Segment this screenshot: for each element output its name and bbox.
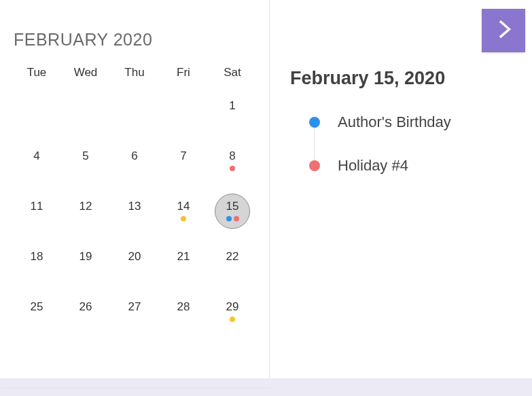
day-cell-28[interactable]: 28 <box>159 291 208 342</box>
event-dot-yellow <box>181 216 186 221</box>
day-cell-29[interactable]: 29 <box>208 291 257 342</box>
day-number: 29 <box>226 301 239 312</box>
day-cell-26[interactable]: 26 <box>61 291 110 342</box>
day-cell-empty <box>110 90 159 141</box>
day-cell-20[interactable]: 20 <box>110 241 159 291</box>
day-cell-1[interactable]: 1 <box>208 90 257 141</box>
day-number: 6 <box>131 150 137 162</box>
days-grid: 145678111213141518192021222526272829 <box>12 90 257 342</box>
weekday-label: Fri <box>159 62 208 84</box>
day-number: 25 <box>31 301 43 312</box>
day-cell-8[interactable]: 8 <box>208 141 257 191</box>
day-number: 19 <box>79 251 92 262</box>
day-number: 15 <box>226 200 239 212</box>
detail-panel: February 15, 2020 Author's BirthdayHolid… <box>270 0 532 387</box>
month-title: FEBRUARY 2020 <box>14 30 257 50</box>
event-indicators <box>226 216 239 221</box>
day-number: 21 <box>177 251 190 262</box>
day-cell-19[interactable]: 19 <box>61 241 110 291</box>
event-color-dot <box>309 117 320 128</box>
event-dot-red <box>230 166 235 171</box>
day-number: 8 <box>229 150 235 162</box>
day-number: 12 <box>79 200 92 212</box>
next-button[interactable] <box>482 9 525 52</box>
day-number: 14 <box>177 200 190 212</box>
day-cell-4[interactable]: 4 <box>12 141 61 191</box>
calendar-app: FEBRUARY 2020 Tue Wed Thu Fri Sat 145678… <box>0 0 532 387</box>
event-indicators <box>181 216 186 221</box>
chevron-right-icon <box>492 18 515 43</box>
day-number: 1 <box>229 100 235 111</box>
day-number: 11 <box>31 200 43 212</box>
day-number: 27 <box>128 301 141 312</box>
detail-date: February 15, 2020 <box>290 68 512 89</box>
weekday-header: Tue Wed Thu Fri Sat <box>12 62 257 84</box>
bottom-border <box>0 378 532 387</box>
event-dot-red <box>234 216 239 221</box>
day-cell-5[interactable]: 5 <box>61 141 110 191</box>
day-number: 7 <box>180 150 186 162</box>
weekday-label: Sat <box>208 62 257 84</box>
event-title: Holiday #4 <box>338 157 408 175</box>
event-item[interactable]: Holiday #4 <box>309 157 512 175</box>
day-cell-empty <box>12 90 61 141</box>
day-cell-27[interactable]: 27 <box>110 291 159 342</box>
day-cell-15[interactable]: 15 <box>208 191 257 241</box>
day-cell-14[interactable]: 14 <box>159 191 208 241</box>
day-cell-7[interactable]: 7 <box>159 141 208 191</box>
event-dot-blue <box>226 216 232 221</box>
event-title: Author's Birthday <box>338 113 451 131</box>
day-number: 4 <box>33 150 39 162</box>
weekday-label: Thu <box>110 62 159 84</box>
day-number: 20 <box>128 251 141 262</box>
day-cell-6[interactable]: 6 <box>110 141 159 191</box>
event-item[interactable]: Author's Birthday <box>309 113 512 131</box>
day-cell-12[interactable]: 12 <box>61 191 110 241</box>
day-cell-25[interactable]: 25 <box>12 291 61 342</box>
day-cell-empty <box>61 90 110 141</box>
event-indicators <box>230 166 235 171</box>
event-indicators <box>230 317 235 322</box>
day-cell-18[interactable]: 18 <box>12 241 61 291</box>
day-number: 13 <box>128 200 141 212</box>
day-cell-13[interactable]: 13 <box>110 191 159 241</box>
day-cell-21[interactable]: 21 <box>159 241 208 291</box>
day-cell-11[interactable]: 11 <box>12 191 61 241</box>
event-list: Author's BirthdayHoliday #4 <box>290 113 512 175</box>
day-number: 22 <box>226 251 239 262</box>
day-number: 26 <box>79 301 92 312</box>
calendar-panel: FEBRUARY 2020 Tue Wed Thu Fri Sat 145678… <box>0 0 270 387</box>
day-number: 18 <box>31 251 43 262</box>
day-number: 5 <box>82 150 88 162</box>
day-number: 28 <box>177 301 190 312</box>
day-cell-empty <box>159 90 208 141</box>
day-cell-22[interactable]: 22 <box>208 241 257 291</box>
event-color-dot <box>309 160 320 171</box>
weekday-label: Wed <box>61 62 110 84</box>
event-dot-yellow <box>230 317 235 322</box>
weekday-label: Tue <box>12 62 61 84</box>
